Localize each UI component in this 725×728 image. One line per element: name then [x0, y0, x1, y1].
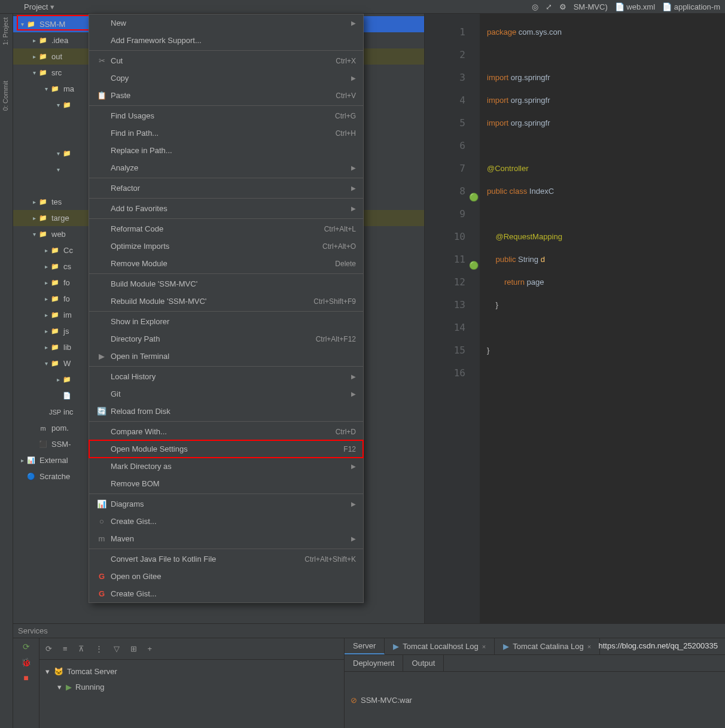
menu-item[interactable]: Analyze▶: [89, 159, 363, 176]
menu-item[interactable]: Refactor▶: [89, 179, 363, 197]
toolbar-button[interactable]: ⊞: [130, 644, 137, 653]
menu-item[interactable]: Replace in Path...: [89, 142, 363, 159]
toolbar-button[interactable]: +: [148, 644, 153, 653]
context-menu: New▶Add Framework Support...✂CutCtrl+XCo…: [89, 14, 364, 603]
services-subtabs: DeploymentOutput: [345, 655, 725, 672]
top-bar: Project ▾ ◎ ⤢ ⚙ SM-MVC) 📄 web.xml 📄 appl…: [0, 0, 725, 14]
menu-item[interactable]: Convert Java File to Kotlin FileCtrl+Alt…: [89, 550, 363, 568]
menu-item[interactable]: Add to Favorites▶: [89, 200, 363, 217]
file-tab-1[interactable]: 📄 web.xml: [615, 2, 655, 11]
side-button[interactable]: ⟳: [23, 642, 30, 651]
menu-item[interactable]: Remove ModuleDelete: [89, 255, 363, 272]
menu-item[interactable]: ✂CutCtrl+X: [89, 52, 363, 69]
services-tree: ▾🐱Tomcat Server▾▶Running: [39, 660, 344, 698]
menu-item[interactable]: 📋PasteCtrl+V: [89, 87, 363, 104]
service-subtab[interactable]: Deployment: [345, 655, 403, 671]
rail-project[interactable]: 1: Project: [2, 17, 9, 45]
menu-item[interactable]: Remove BOM: [89, 475, 363, 492]
code-area[interactable]: package com.sys.conimport org.springfrim…: [480, 14, 725, 623]
expand-icon[interactable]: ⤢: [546, 2, 552, 11]
menu-item[interactable]: Optimize ImportsCtrl+Alt+O: [89, 237, 363, 255]
services-bottom: ⊘ SSM-MVC:war: [345, 672, 725, 728]
gear-icon[interactable]: ⚙: [559, 2, 566, 11]
service-subtab[interactable]: Output: [403, 655, 444, 671]
target-icon[interactable]: ◎: [532, 2, 538, 11]
toolbar-button[interactable]: ⟳: [45, 644, 52, 653]
project-selector[interactable]: Project ▾: [24, 2, 54, 11]
watermark: https://blog.csdn.net/qq_25200335: [599, 641, 718, 650]
service-tree-row[interactable]: ▾▶Running: [45, 679, 338, 695]
line-gutter: 12345678🟢91011🟢1213141516: [425, 14, 480, 623]
rail-commit[interactable]: 0: Commit: [2, 81, 9, 111]
service-tab[interactable]: Server: [345, 638, 385, 654]
menu-item[interactable]: Copy▶: [89, 69, 363, 87]
toolbar-button[interactable]: ⋮: [95, 644, 103, 653]
menu-item[interactable]: GOpen on Gitee: [89, 568, 363, 585]
menu-item[interactable]: GCreate Gist...: [89, 585, 363, 602]
menu-item[interactable]: Reformat CodeCtrl+Alt+L: [89, 220, 363, 237]
toolbar-button[interactable]: ≡: [63, 644, 68, 653]
menu-item[interactable]: Show in Explorer: [89, 313, 363, 330]
top-right-icons: ◎ ⤢ ⚙ SM-MVC) 📄 web.xml 📄 application-m: [532, 2, 725, 11]
side-button[interactable]: 🐞: [21, 657, 31, 667]
menu-item[interactable]: ○Create Gist...: [89, 513, 363, 530]
menu-item[interactable]: Rebuild Module 'SSM-MVC'Ctrl+Shift+F9: [89, 293, 363, 310]
menu-item[interactable]: ▶Open in Terminal: [89, 348, 363, 365]
menu-item[interactable]: Find in Path...Ctrl+H: [89, 124, 363, 142]
toolbar-button[interactable]: ▽: [114, 644, 120, 653]
menu-item[interactable]: Directory PathCtrl+Alt+F12: [89, 330, 363, 348]
services-side-toolbar: ⟳🐞■: [13, 638, 39, 728]
code-editor[interactable]: 12345678🟢91011🟢1213141516 package com.sy…: [425, 14, 725, 623]
toolbar-button[interactable]: ⊼: [78, 644, 84, 653]
file-tab-2[interactable]: 📄 application-m: [662, 2, 720, 11]
menu-item[interactable]: Find UsagesCtrl+G: [89, 107, 363, 124]
services-header[interactable]: Services: [13, 624, 725, 638]
side-button[interactable]: ■: [23, 673, 28, 683]
services-panel: Services ⟳🐞■ ⟳≡⊼⋮▽⊞+ ▾🐱Tomcat Server▾▶Ru…: [13, 623, 725, 728]
menu-item[interactable]: Git▶: [89, 385, 363, 403]
menu-item[interactable]: 📊Diagrams▶: [89, 495, 363, 513]
menu-item[interactable]: Open Module SettingsF12: [89, 440, 363, 458]
menu-item[interactable]: New▶: [89, 14, 363, 32]
left-rail: 1: Project 0: Commit: [0, 14, 13, 728]
services-toolbar: ⟳≡⊼⋮▽⊞+: [39, 638, 344, 660]
service-tree-row[interactable]: ▾🐱Tomcat Server: [45, 663, 338, 679]
menu-item[interactable]: Compare With...Ctrl+D: [89, 423, 363, 440]
menu-item[interactable]: 🔄Reload from Disk: [89, 403, 363, 420]
menu-item[interactable]: Add Framework Support...: [89, 32, 363, 49]
menu-item[interactable]: mMaven▶: [89, 530, 363, 547]
service-tab[interactable]: ▶ Tomcat Catalina Log ×: [495, 638, 600, 654]
menu-item[interactable]: Mark Directory as▶: [89, 458, 363, 475]
warning-icon: ⊘: [351, 696, 357, 705]
menu-item[interactable]: Local History▶: [89, 368, 363, 385]
menu-item[interactable]: Build Module 'SSM-MVC': [89, 275, 363, 293]
service-tab[interactable]: ▶ Tomcat Localhost Log ×: [385, 638, 495, 654]
